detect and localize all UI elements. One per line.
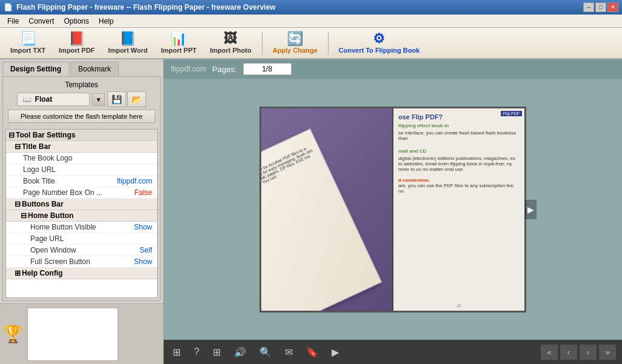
import-word-button[interactable]: 📘 Import Word — [102, 30, 153, 56]
tree-row-book-title: Book Title flippdf.com — [6, 176, 157, 187]
close-button[interactable]: ✕ — [607, 2, 618, 12]
toolbar-separator — [262, 31, 263, 55]
book-right-content: ose Flip PDF? flipping effect book in se… — [393, 108, 524, 311]
vt-first-btn[interactable]: « — [541, 345, 558, 360]
customize-button[interactable]: Please customize the flash template here — [8, 110, 155, 123]
vt-share-btn[interactable]: ✉ — [282, 343, 296, 361]
book-right-text3: are, you can use the PDF files to any su… — [398, 183, 520, 194]
vt-play-btn[interactable]: ▶ — [329, 343, 342, 361]
import-txt-icon: 📃 — [20, 32, 36, 45]
tree-val-fullscreen[interactable]: Show — [134, 257, 155, 266]
flip-page-text: Flip PDF is a utility which can be Acrob… — [261, 143, 318, 205]
book-left-page: What is Flip PDF Flip PDF is a utility w… — [261, 108, 393, 311]
template-selected: Float — [35, 95, 53, 104]
import-ppt-icon: 📊 — [170, 32, 187, 45]
collapse-icon-4: ⊟ — [21, 211, 27, 220]
book-right-text1: se interface, you can create flash based… — [398, 130, 520, 141]
menu-help[interactable]: Help — [94, 15, 119, 27]
tree-val-home-visible[interactable]: Show — [134, 223, 155, 231]
vt-last-btn[interactable]: » — [599, 345, 616, 360]
import-photo-button[interactable]: 🖼 Import Photo — [204, 30, 256, 56]
collapse-icon-3: ⊟ — [15, 200, 21, 208]
nav-right-arrow[interactable]: ▶ — [525, 200, 537, 219]
tree-row-logo-url: Logo URL — [6, 164, 157, 176]
left-panel: Design Setting Bookmark Templates 📖 Floa… — [0, 59, 164, 364]
import-photo-label: Import Photo — [210, 47, 251, 54]
tab-bookmark[interactable]: Bookmark — [70, 62, 119, 76]
import-word-icon: 📘 — [119, 32, 136, 45]
book-container: What is Flip PDF Flip PDF is a utility w… — [259, 107, 526, 313]
minimize-button[interactable]: – — [583, 2, 594, 12]
tree-row-fullscreen: Full Screen Button Show — [6, 256, 157, 268]
apply-change-button[interactable]: 🔄 Apply Change — [267, 30, 323, 56]
site-label: flippdf.com — [171, 65, 206, 73]
templates-label: Templates — [65, 81, 98, 89]
book-viewport: What is Flip PDF Flip PDF is a utility w… — [164, 79, 622, 340]
viewer-toolbar-right: « ‹ › » — [541, 345, 616, 360]
toolbar-settings-header[interactable]: ⊟ Tool Bar Settings — [6, 130, 157, 141]
panel-tabs: Design Setting Bookmark — [0, 59, 163, 76]
window-title: Flash Flipping Paper - freeware -- Flash… — [16, 3, 275, 12]
buttons-bar-header[interactable]: ⊟ Buttons Bar — [6, 199, 157, 210]
template-row: 📖 Float ▼ 💾 📂 — [17, 91, 147, 107]
pages-input[interactable] — [243, 63, 292, 75]
template-save-btn[interactable]: 💾 — [107, 91, 126, 107]
template-icons: 💾 📂 — [107, 91, 146, 107]
template-dropdown-arrow[interactable]: ▼ — [92, 93, 105, 106]
book-right-subtitle1: flipping effect book in — [398, 123, 520, 128]
apply-change-icon: 🔄 — [287, 32, 303, 45]
tab-design-setting[interactable]: Design Setting — [2, 62, 69, 76]
thumb-icon: 🏆 — [2, 324, 24, 344]
tree-val-book-title[interactable]: flippdf.com — [117, 177, 155, 185]
help-config-header[interactable]: ⊞ Help Config — [6, 268, 157, 279]
tree-label-book-title: Book Title — [8, 177, 117, 185]
vt-fullscreen-btn[interactable]: ⊞ — [170, 343, 184, 361]
vt-help-btn[interactable]: ? — [191, 343, 202, 360]
tree-val-open-window[interactable]: Self — [139, 246, 155, 254]
tree-row-home-visible: Home Button Visible Show — [6, 222, 157, 233]
main-area: Design Setting Bookmark Templates 📖 Floa… — [0, 59, 622, 364]
viewer-header: flippdf.com Pages: — [164, 59, 622, 79]
flip-pdf-badge: Flip PDF — [501, 111, 522, 116]
flip-page: What is Flip PDF Flip PDF is a utility w… — [261, 128, 382, 311]
import-pdf-label: Import PDF — [59, 47, 95, 54]
panel-content: Templates 📖 Float ▼ 💾 📂 Please customize… — [2, 76, 161, 301]
menu-file[interactable]: File — [2, 15, 24, 27]
template-dropdown[interactable]: 📖 Float — [17, 93, 90, 106]
vt-thumbnails-btn[interactable]: ⊞ — [210, 343, 224, 361]
title-bar-header[interactable]: ⊟ Title Bar — [6, 141, 157, 153]
tree-row-page-num: Page Number Box On ... False — [6, 187, 157, 199]
menu-convert[interactable]: Convert — [24, 15, 59, 27]
template-open-btn[interactable]: 📂 — [127, 91, 146, 107]
vt-next-btn[interactable]: › — [580, 345, 597, 360]
tree-label-home-visible: Home Button Visible — [8, 223, 134, 231]
viewer-toolbar: ⊞ ? ⊞ 🔊 🔍 ✉ 🔖 ▶ « ‹ › » — [164, 340, 622, 364]
import-word-label: Import Word — [108, 47, 147, 54]
maximize-button[interactable]: □ — [595, 2, 606, 12]
import-pdf-button[interactable]: 📕 Import PDF — [53, 30, 100, 56]
book-page-num: -2- — [456, 303, 462, 308]
import-ppt-label: Import PPT — [161, 47, 197, 54]
import-ppt-button[interactable]: 📊 Import PPT — [156, 30, 202, 56]
import-txt-button[interactable]: 📃 Import TXT — [5, 30, 51, 56]
convert-button[interactable]: ⚙ Convert To Flipping Book — [333, 30, 426, 56]
tree-row-open-window: Open Window Self — [6, 245, 157, 256]
templates-section: Templates 📖 Float ▼ 💾 📂 Please customize… — [3, 77, 160, 127]
apply-change-label: Apply Change — [273, 47, 318, 54]
book-right-subtitle2: mail and CD — [398, 148, 520, 154]
collapse-icon: ⊟ — [8, 131, 15, 139]
home-button-header[interactable]: ⊟ Home Button — [6, 210, 157, 222]
toolbar: 📃 Import TXT 📕 Import PDF 📘 Import Word … — [0, 28, 622, 59]
vt-prev-btn[interactable]: ‹ — [560, 345, 577, 360]
viewer-toolbar-left: ⊞ ? ⊞ 🔊 🔍 ✉ 🔖 ▶ — [170, 343, 342, 361]
vt-zoom-btn[interactable]: 🔍 — [256, 343, 275, 361]
menu-options[interactable]: Options — [59, 15, 93, 27]
vt-sound-btn[interactable]: 🔊 — [231, 343, 249, 361]
tree-label-logo-url: Logo URL — [8, 165, 152, 174]
vt-bookmark-btn[interactable]: 🔖 — [303, 343, 321, 361]
tree-label-open-window: Open Window — [8, 246, 139, 254]
tree-label-page-num: Page Number Box On ... — [8, 188, 135, 197]
tree-val-page-num[interactable]: False — [135, 188, 155, 197]
collapse-icon-2: ⊟ — [15, 142, 21, 151]
tree-label-page-url: Page URL — [8, 234, 152, 243]
